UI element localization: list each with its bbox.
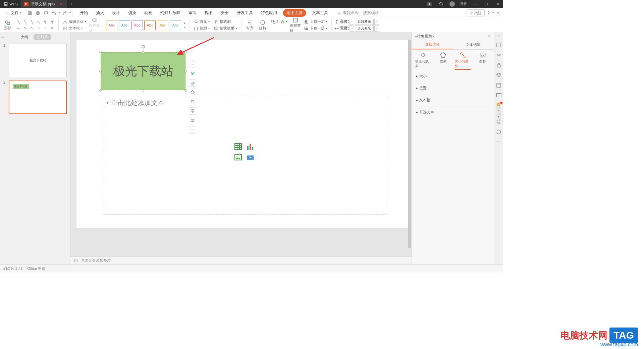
increment-button[interactable]: + [374, 26, 379, 32]
outline-button[interactable]: 轮廓▾ [192, 26, 211, 32]
help-button[interactable]: ? [487, 11, 490, 15]
section-position[interactable]: ▸位置 [412, 82, 494, 94]
line-gallery[interactable]: ╲ ╲ ╲ ⤡ ↯ ↯ ⌐ ∿ ∿ ⟋ ⟋ ▾ [15, 19, 56, 32]
panel-close-icon[interactable]: ✕ [488, 34, 491, 39]
minimize-button[interactable]: — [470, 0, 480, 8]
rotation-handle[interactable] [142, 45, 145, 48]
format-painter-button[interactable]: 格式刷 [212, 19, 238, 25]
tab-security[interactable]: 安全 [219, 9, 231, 17]
line-icon[interactable]: ╲ [22, 19, 28, 25]
tab-slideshow[interactable]: 幻灯片放映 [158, 9, 182, 17]
decrement-button[interactable]: − [350, 19, 354, 25]
line-icon[interactable]: ∿ [29, 26, 35, 31]
slide[interactable]: 极光下载站 − 字 T [76, 40, 409, 228]
title-shape-selection[interactable]: 极光下载站 [101, 52, 185, 90]
align-button[interactable]: 对齐 [244, 19, 256, 31]
qa-save-button[interactable] [26, 10, 33, 16]
qa-redo-button[interactable] [61, 10, 68, 16]
notes-bar[interactable]: 单击此处添加备注 [70, 256, 412, 264]
section-textbox[interactable]: ▸文本框 [412, 94, 494, 106]
shape-options-tab[interactable]: 形状选项 [412, 40, 453, 49]
insert-shape-button[interactable]: 形状 [2, 19, 13, 31]
line-icon[interactable]: ⟋ [36, 26, 42, 31]
resize-handle[interactable] [142, 51, 144, 53]
line-icon[interactable]: ∿ [22, 26, 28, 31]
content-placeholder[interactable]: • 单击此处添加文本 [102, 94, 387, 215]
insert-media-icon[interactable] [246, 153, 255, 161]
section-alttext[interactable]: ▸可选文字 [412, 106, 494, 118]
tab-animation[interactable]: 动画 [142, 9, 154, 17]
network-speed-widget[interactable]: 📶1 75 ● 0.0 ● 0.2 K/s [496, 102, 501, 125]
layers-icon[interactable] [496, 72, 502, 78]
insert-table-icon[interactable] [234, 143, 243, 151]
effects-subtab[interactable]: 效果 [435, 52, 451, 70]
merge-shapes-button[interactable]: 合并形状 [89, 17, 100, 33]
style-preset[interactable]: Abc [157, 20, 168, 30]
style-preset[interactable]: Abc [106, 20, 117, 30]
file-menu[interactable]: 文件 ▾ [3, 10, 23, 16]
cloud-button[interactable] [435, 0, 446, 8]
fill-line-subtab[interactable]: 填充与线条 [415, 52, 431, 70]
resize-handle[interactable] [99, 89, 102, 92]
more-icon[interactable]: ⋯ [497, 139, 501, 144]
pen-icon[interactable] [189, 79, 196, 87]
outline-tab[interactable]: 大纲 [19, 34, 30, 40]
text-options-tab[interactable]: 文本选项 [453, 40, 494, 49]
command-search[interactable]: 查找命令、搜索模板 [337, 10, 379, 16]
maximize-button[interactable]: □ [481, 0, 492, 8]
tab-home[interactable]: 开始 [78, 9, 90, 17]
style-preset[interactable]: Abc [170, 20, 181, 30]
section-size[interactable]: ▸大小 [412, 70, 494, 82]
selection-pane-button[interactable]: 选择窗格 [290, 17, 301, 33]
strip-expand-icon[interactable]: ≡ [498, 34, 500, 38]
tab-insert[interactable]: 插入 [94, 9, 106, 17]
tab-developer[interactable]: 开发工具 [235, 9, 255, 17]
tab-view[interactable]: 视图 [203, 9, 215, 17]
line-icon[interactable]: ↯ [42, 19, 48, 25]
tab-drawing-tools[interactable]: 绘图工具 [283, 9, 306, 17]
picture-icon[interactable] [496, 92, 502, 98]
decrement-button[interactable]: − [350, 26, 354, 32]
size-props-subtab[interactable]: 大小与属性 [455, 52, 471, 70]
refresh-icon[interactable] [496, 129, 502, 135]
lock-icon[interactable] [496, 62, 502, 68]
send-backward-button[interactable]: 下移一层▾ [303, 26, 329, 32]
qa-print-button[interactable] [35, 10, 41, 16]
gallery-icon[interactable] [496, 42, 502, 48]
edit-shape-button[interactable]: 编辑形状▾ [61, 19, 88, 25]
slide-thumbnail-2[interactable]: 2 极光下载站 [3, 81, 67, 114]
resize-handle[interactable] [99, 51, 102, 53]
style-gallery[interactable]: Abc Abc Abc Abc Abc Abc ▴▾ [106, 20, 186, 30]
file-tab[interactable]: P 演示文稿.pptx • [21, 0, 67, 8]
resize-handle[interactable] [184, 70, 187, 72]
chevron-down-icon[interactable]: ▾ [69, 11, 71, 14]
line-icon[interactable]: ⌐ [15, 26, 21, 31]
close-button[interactable]: ✕ [492, 0, 503, 8]
insert-picture-icon[interactable] [234, 153, 243, 161]
new-tab-button[interactable]: + [67, 0, 76, 8]
title-shape[interactable]: 极光下载站 [101, 52, 185, 90]
style-preset[interactable]: Abc [131, 20, 143, 30]
resize-handle[interactable] [184, 89, 187, 92]
link-icon[interactable] [496, 52, 502, 58]
increment-button[interactable]: + [374, 19, 379, 25]
rotate-button[interactable]: 旋转 [257, 19, 268, 31]
tab-review[interactable]: 审阅 [186, 9, 199, 17]
annotate-button[interactable]: 批注 [467, 9, 485, 16]
fill-button[interactable]: 填充▾ [192, 19, 211, 25]
collapse-ribbon-button[interactable]: ⋀ [496, 11, 500, 15]
qa-undo-button[interactable] [51, 10, 57, 16]
tab-design[interactable]: 设计 [110, 9, 122, 17]
slides-tab[interactable]: 幻灯片 [34, 34, 51, 40]
collapse-toolbar-icon[interactable]: − [189, 60, 196, 68]
slide-thumbnail-1[interactable]: 1 极光下载站 [3, 44, 67, 77]
line-icon[interactable]: ⟋ [42, 26, 48, 31]
chevron-down-icon[interactable]: ▾ [492, 11, 494, 14]
template-icon[interactable] [496, 82, 502, 88]
group-button[interactable]: 组合▾ [270, 19, 288, 25]
line-icon[interactable]: ╲ [29, 19, 35, 25]
insert-chart-icon[interactable] [246, 143, 255, 151]
tab-text-tools[interactable]: 文本工具 [310, 9, 330, 17]
username[interactable]: 普普 [458, 0, 469, 8]
app-logo[interactable]: WPS [0, 0, 21, 8]
